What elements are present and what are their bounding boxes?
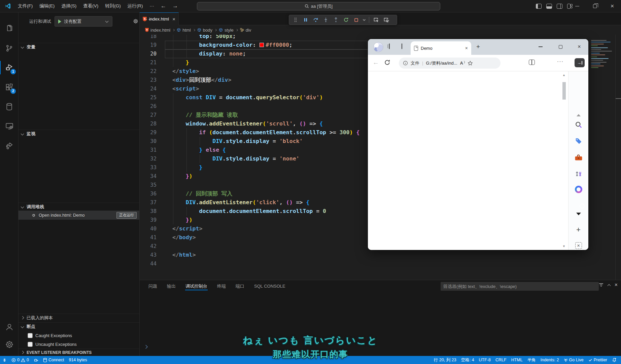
go-live-status[interactable]: Go Live bbox=[561, 356, 586, 364]
sidebar-shopping-icon[interactable] bbox=[575, 137, 582, 145]
pause-icon[interactable] bbox=[301, 16, 310, 24]
sidebar-games-icon[interactable] bbox=[575, 170, 582, 177]
browser-close-button[interactable]: × bbox=[574, 42, 584, 51]
address-bar[interactable]: 文件 | G:/资料/aa/ind... A bbox=[399, 58, 501, 69]
sidebar-add-icon[interactable]: + bbox=[576, 225, 581, 234]
panel-tab-问题[interactable]: 问题 bbox=[148, 281, 158, 292]
line-number[interactable]: 22 bbox=[140, 67, 157, 76]
filter-icon[interactable] bbox=[599, 283, 603, 287]
restore-button[interactable] bbox=[586, 0, 603, 12]
browser-maximize-button[interactable] bbox=[555, 42, 565, 51]
menu-item-3[interactable]: 查看(V) bbox=[80, 2, 102, 10]
line-number[interactable]: 20 bbox=[140, 49, 157, 58]
line-number[interactable]: 26 bbox=[140, 102, 157, 111]
notifications-bell-icon[interactable] bbox=[610, 356, 619, 364]
line-number[interactable]: 31 bbox=[140, 146, 157, 154]
page-info-icon[interactable] bbox=[403, 61, 408, 66]
toggle-panel-icon[interactable] bbox=[546, 4, 552, 9]
toggle-secondary-sidebar-icon[interactable] bbox=[557, 4, 562, 9]
line-number[interactable]: 21 bbox=[140, 58, 157, 67]
section-variables[interactable]: 变量 bbox=[19, 43, 139, 51]
line-number[interactable]: 27 bbox=[140, 111, 157, 119]
stop-icon[interactable] bbox=[352, 16, 360, 24]
views-more-actions-icon[interactable]: ··· bbox=[146, 16, 153, 23]
console-filter-input[interactable] bbox=[441, 282, 599, 291]
open-sidebar-icon[interactable]: → bbox=[575, 58, 585, 67]
toggle-sidebar-icon[interactable] bbox=[536, 4, 542, 9]
color-swatch[interactable] bbox=[260, 43, 264, 47]
cursor-position-status[interactable]: 行 20, 列 23 bbox=[432, 356, 459, 364]
connect-status[interactable]: Connect bbox=[41, 356, 67, 364]
history-forward-icon[interactable]: → bbox=[169, 3, 181, 9]
close-button[interactable]: × bbox=[603, 0, 621, 12]
line-number[interactable]: 36 bbox=[140, 189, 157, 198]
tab-actions-icon[interactable] bbox=[402, 44, 408, 50]
menu-item-5[interactable]: 运行(R) bbox=[124, 2, 146, 10]
sidebar-scroll-up-icon[interactable] bbox=[577, 109, 581, 114]
debug-console-prompt-icon[interactable] bbox=[144, 344, 147, 349]
line-number[interactable]: 30 bbox=[140, 137, 157, 146]
activity-live-share[interactable] bbox=[0, 137, 19, 154]
panel-tab-SQL CONSOLE[interactable]: SQL CONSOLE bbox=[254, 281, 286, 291]
maximize-panel-icon[interactable] bbox=[607, 284, 611, 287]
tab-close-icon[interactable]: × bbox=[465, 45, 468, 51]
browser-refresh-icon[interactable] bbox=[384, 59, 390, 66]
indents-status[interactable]: Indents: 2 bbox=[538, 356, 561, 364]
sidebar-screenshot-icon[interactable]: ✕ bbox=[575, 242, 582, 249]
activity-run-and-debug[interactable]: 1 bbox=[0, 59, 19, 76]
profile-avatar[interactable] bbox=[373, 42, 383, 52]
tab-close-icon[interactable]: × bbox=[172, 16, 175, 22]
breadcrumb-body[interactable]: body bbox=[197, 28, 212, 33]
panel-tab-终端[interactable]: 终端 bbox=[217, 281, 226, 292]
section-event-listener-breakpoints[interactable]: EVENT LISTENER BREAKPOINTS bbox=[19, 349, 139, 356]
line-number[interactable]: 19 bbox=[140, 41, 157, 49]
line-number[interactable]: 23 bbox=[140, 76, 157, 84]
panel-tab-调试控制台[interactable]: 调试控制台 bbox=[185, 281, 208, 292]
sidebar-search-icon[interactable] bbox=[575, 121, 582, 129]
line-number[interactable]: 37 bbox=[140, 198, 157, 207]
remote-indicator[interactable] bbox=[0, 356, 9, 364]
favorite-star-icon[interactable] bbox=[468, 61, 473, 66]
section-watch[interactable]: 监视 bbox=[19, 130, 139, 138]
close-panel-icon[interactable]: × bbox=[615, 282, 618, 288]
line-number[interactable]: 32 bbox=[140, 154, 157, 163]
inspect-element-icon[interactable] bbox=[372, 16, 380, 24]
scroll-up-icon[interactable]: ▲ bbox=[562, 73, 565, 77]
activity-accounts[interactable] bbox=[0, 318, 19, 336]
browser-more-icon[interactable]: ··· bbox=[557, 58, 564, 64]
sidebar-dropdown-icon[interactable] bbox=[576, 215, 581, 220]
workspaces-icon[interactable] bbox=[388, 44, 395, 50]
problems-status[interactable]: 0 0 bbox=[9, 356, 31, 364]
menu-item-4[interactable]: 转到(G) bbox=[102, 2, 124, 10]
debug-config-dropdown[interactable]: 没有配置 bbox=[55, 16, 112, 27]
scroll-down-icon[interactable]: ▼ bbox=[562, 245, 565, 248]
history-back-icon[interactable]: ← bbox=[158, 3, 169, 9]
sidebar-microsoft365-icon[interactable] bbox=[575, 186, 582, 193]
encoding-status[interactable]: UTF-8 bbox=[477, 356, 493, 364]
step-over-icon[interactable] bbox=[311, 16, 320, 24]
prettier-status[interactable]: Prettier bbox=[586, 356, 610, 364]
split-screen-icon[interactable] bbox=[529, 60, 535, 65]
start-debug-icon[interactable] bbox=[58, 20, 61, 24]
section-breakpoints[interactable]: 断点 bbox=[19, 322, 139, 330]
screencast-icon[interactable] bbox=[382, 16, 390, 24]
browser-page-content[interactable] bbox=[368, 71, 568, 250]
activity-remote-explorer[interactable] bbox=[0, 117, 19, 135]
line-number[interactable]: 41 bbox=[140, 233, 157, 242]
new-tab-button[interactable]: + bbox=[476, 43, 480, 50]
line-number[interactable]: 25 bbox=[140, 93, 157, 102]
activity-source-control[interactable] bbox=[0, 39, 19, 57]
step-out-icon[interactable] bbox=[332, 16, 340, 24]
read-aloud-icon[interactable]: A bbox=[460, 61, 465, 66]
language-mode-status[interactable]: HTML bbox=[509, 356, 525, 364]
menu-item-2[interactable]: 选择(S) bbox=[58, 2, 80, 10]
stop-options-icon[interactable] bbox=[362, 16, 367, 24]
browser-tab-demo[interactable]: Demo × bbox=[411, 41, 471, 55]
section-call-stack[interactable]: 调用堆栈 bbox=[19, 203, 139, 211]
line-number[interactable]: 43 bbox=[140, 251, 157, 259]
activity-explorer[interactable] bbox=[0, 20, 19, 37]
line-number[interactable]: 42 bbox=[140, 242, 157, 251]
sidebar-tools-icon[interactable] bbox=[575, 154, 582, 161]
step-into-icon[interactable] bbox=[321, 16, 330, 24]
checkbox-unchecked[interactable] bbox=[28, 333, 33, 338]
